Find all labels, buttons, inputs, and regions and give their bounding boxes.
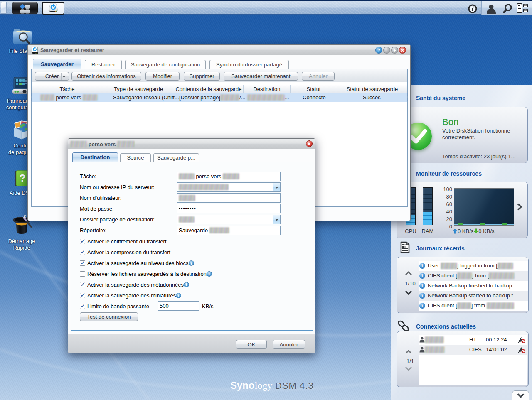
svg-text:?: ?	[20, 172, 26, 184]
